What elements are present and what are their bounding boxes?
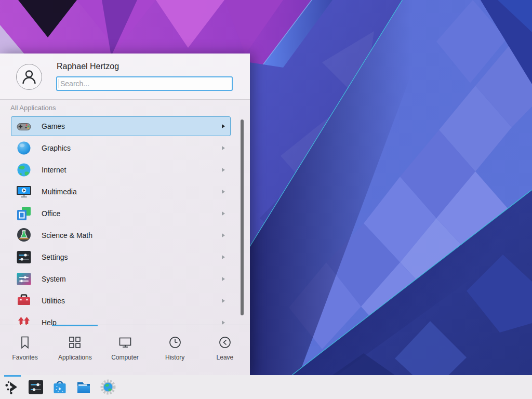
launcher-tab-bar: Favorites Applications Computer (0, 325, 250, 375)
launcher-header: Raphael Hertzog (0, 54, 250, 100)
taskbar: ES 7:03 PM 4/24/21 (0, 375, 532, 399)
category-label: Internet (42, 166, 222, 174)
category-internet[interactable]: Internet (11, 159, 231, 181)
section-label: All Applications (10, 104, 56, 112)
category-help[interactable]: Help (11, 312, 231, 325)
chevron-right-icon (222, 124, 225, 128)
category-label: Multimedia (42, 188, 222, 196)
help-icon (16, 314, 32, 325)
category-label: Graphics (42, 144, 222, 152)
bookmark-icon (18, 335, 32, 350)
internet-icon (16, 162, 32, 178)
monitor-icon (118, 335, 132, 350)
grid-icon (68, 335, 82, 350)
category-label: Settings (42, 253, 222, 261)
desktop: Raphael Hertzog All Applications (0, 0, 532, 399)
graphics-icon (16, 140, 32, 156)
search-input[interactable] (56, 76, 233, 91)
chevron-right-icon (222, 277, 225, 281)
tab-label: History (165, 354, 184, 361)
leave-icon (218, 335, 232, 350)
category-science-math[interactable]: Science & Math (11, 224, 231, 246)
utilities-icon (16, 292, 32, 309)
settings-icon (16, 249, 32, 265)
category-label: Games (42, 122, 222, 130)
chevron-right-icon (222, 233, 225, 237)
category-label: Help (42, 318, 222, 325)
chevron-right-icon (222, 190, 225, 194)
category-label: Utilities (42, 297, 222, 305)
category-games[interactable]: Games (11, 115, 231, 137)
active-task-indicator (4, 375, 21, 377)
tab-label: Favorites (12, 354, 37, 361)
category-label: Science & Math (42, 231, 222, 240)
category-settings[interactable]: Settings (11, 246, 231, 268)
system-settings-icon[interactable] (28, 379, 44, 395)
multimedia-icon (16, 183, 32, 200)
office-icon (16, 205, 32, 222)
list-scrollbar[interactable] (241, 119, 244, 315)
category-system[interactable]: System (11, 268, 231, 290)
category-label: System (42, 275, 222, 283)
file-manager-icon[interactable] (75, 379, 92, 395)
tab-applications[interactable]: Applications (50, 325, 100, 375)
application-launcher-menu: Raphael Hertzog All Applications (0, 54, 250, 375)
category-office[interactable]: Office (11, 203, 231, 224)
category-list: Games Graphics (0, 115, 250, 325)
tab-leave[interactable]: Leave (200, 325, 250, 375)
kde-launcher-icon[interactable] (4, 379, 21, 395)
games-icon (16, 118, 32, 135)
browser-icon[interactable] (100, 379, 116, 395)
tab-label: Computer (111, 354, 139, 361)
category-label: Office (42, 209, 222, 218)
clock-icon (168, 335, 182, 350)
chevron-right-icon (222, 168, 225, 172)
user-icon (20, 68, 38, 86)
chevron-right-icon (222, 299, 225, 303)
tab-history[interactable]: History (150, 325, 200, 375)
chevron-right-icon (222, 211, 225, 216)
system-icon (16, 271, 32, 287)
chevron-right-icon (222, 255, 225, 259)
tab-label: Applications (58, 354, 92, 361)
category-utilities[interactable]: Utilities (11, 290, 231, 312)
chevron-right-icon (222, 321, 225, 325)
science-icon (16, 227, 32, 244)
chevron-right-icon (222, 146, 225, 150)
text-cursor (59, 79, 59, 88)
user-avatar[interactable] (16, 64, 42, 90)
tab-label: Leave (217, 354, 234, 361)
discover-icon[interactable] (51, 379, 68, 395)
tab-computer[interactable]: Computer (100, 325, 150, 375)
user-name: Raphael Hertzog (57, 62, 119, 71)
category-graphics[interactable]: Graphics (11, 137, 231, 159)
category-multimedia[interactable]: Multimedia (11, 181, 231, 203)
tab-favorites[interactable]: Favorites (0, 325, 50, 375)
